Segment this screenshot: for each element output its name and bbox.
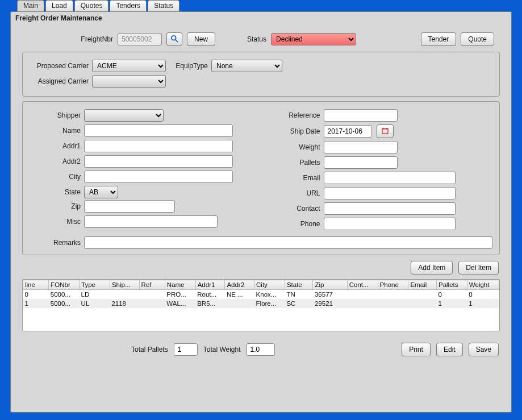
email-input[interactable] [324,172,456,184]
cell-line[interactable]: 0 [23,290,49,300]
tab-status[interactable]: Status [148,0,179,11]
cell-fonbr[interactable]: 5000... [49,299,80,308]
state-select[interactable]: AB [84,186,118,198]
cell-type[interactable]: LD [80,290,110,300]
cell-ref[interactable] [139,299,165,308]
cell-phone[interactable] [378,299,408,308]
cell-line[interactable]: 1 [23,299,49,308]
th-name[interactable]: Name [165,280,195,290]
th-type[interactable]: Type [80,280,110,290]
table-row[interactable]: 15000...UL2118WAL...BR5...Flore...SC2952… [23,299,499,308]
zip-input[interactable] [84,200,175,213]
cell-addr2[interactable]: NE ... [225,290,254,300]
cell-pallets[interactable]: 0 [437,290,467,300]
url-label: URL [261,189,324,197]
cell-zip[interactable]: 29521 [313,299,347,308]
edit-button[interactable]: Edit [436,343,463,356]
lookup-button[interactable] [166,32,182,46]
th-email[interactable]: Email [408,280,437,290]
svg-line-1 [176,39,178,41]
cell-email[interactable] [408,299,437,308]
total-weight-input[interactable] [247,343,275,356]
th-pallets[interactable]: Pallets [437,280,467,290]
cell-state[interactable]: TN [285,290,313,300]
tab-main[interactable]: Main [17,0,44,11]
tab-tenders[interactable]: Tenders [110,0,147,11]
th-ref[interactable]: Ref [139,280,165,290]
add-item-button[interactable]: Add Item [411,261,453,275]
cell-ship[interactable]: 2118 [110,299,139,308]
total-pallets-input[interactable] [174,343,198,356]
cell-addr2[interactable] [225,299,254,308]
calendar-icon [382,127,389,136]
tab-load[interactable]: Load [45,0,73,11]
del-item-button[interactable]: Del Item [458,261,499,275]
cell-fonbr[interactable]: 5000... [49,290,80,300]
addr2-input[interactable] [84,155,233,168]
remarks-input[interactable] [84,236,492,249]
cell-weight[interactable]: 1 [467,299,499,308]
equiptype-select[interactable]: None [211,60,282,72]
th-phone[interactable]: Phone [378,280,408,290]
th-zip[interactable]: Zip [313,280,347,290]
cell-ship[interactable] [110,290,139,300]
assigned-carrier-label: Assigned Carrier [31,77,92,85]
th-cont[interactable]: Cont... [347,280,378,290]
shipdate-input[interactable] [324,125,372,138]
cell-email[interactable] [408,290,437,300]
cell-pallets[interactable]: 1 [437,299,467,308]
total-pallets-label: Total Pallets [131,346,168,354]
weight-input[interactable] [324,141,398,153]
cell-state[interactable]: SC [285,299,313,308]
table-row[interactable]: 05000...LDPRO...Rout...NE ...Knox...TN36… [23,290,499,300]
cell-zip[interactable]: 36577 [313,290,347,300]
items-table[interactable]: line FONbr Type Ship... Ref Name Addr1 A… [23,280,499,308]
cell-phone[interactable] [378,290,408,300]
status-label: Status [247,35,266,43]
reference-input[interactable] [324,109,398,122]
contact-input[interactable] [324,202,456,215]
date-picker-button[interactable] [377,124,394,138]
cell-city[interactable]: Knox... [254,290,285,300]
tender-button[interactable]: Tender [421,32,457,46]
new-button[interactable]: New [187,32,215,46]
pallets-input[interactable] [324,156,398,169]
print-button[interactable]: Print [402,343,431,356]
save-button[interactable]: Save [469,343,499,356]
proposed-carrier-select[interactable]: ACME [92,60,166,72]
th-city[interactable]: City [254,280,285,290]
tab-quotes[interactable]: Quotes [74,0,109,11]
th-weight[interactable]: Weight [467,280,499,290]
cell-cont[interactable] [347,290,378,300]
cell-ref[interactable] [139,290,165,300]
misc-input[interactable] [84,215,218,228]
th-fonbr[interactable]: FONbr [49,280,80,290]
addr1-input[interactable] [84,140,233,152]
cell-name[interactable]: WAL... [165,299,195,308]
th-line[interactable]: line [23,280,49,290]
name-input[interactable] [84,124,233,137]
th-ship[interactable]: Ship... [110,280,139,290]
email-label: Email [261,174,324,182]
name-label: Name [23,127,84,135]
cell-city[interactable]: Flore... [254,299,285,308]
quote-button[interactable]: Quote [461,32,494,46]
city-input[interactable] [84,171,233,183]
cell-type[interactable]: UL [80,299,110,308]
cell-addr1[interactable]: BR5... [195,299,225,308]
shipper-select[interactable] [84,109,164,122]
assigned-carrier-select[interactable] [92,75,166,88]
cell-addr1[interactable]: Rout... [195,290,225,300]
cell-weight[interactable]: 0 [467,290,499,300]
cell-name[interactable]: PRO... [165,290,195,300]
reference-label: Reference [261,111,324,119]
freight-nbr-input [118,33,162,45]
header-controls: FreightNbr New Status Declined Tender Qu… [16,24,506,52]
status-select[interactable]: Declined [271,33,356,45]
phone-input[interactable] [324,218,456,230]
url-input[interactable] [324,187,456,199]
cell-cont[interactable] [347,299,378,308]
th-addr2[interactable]: Addr2 [225,280,254,290]
th-addr1[interactable]: Addr1 [195,280,225,290]
th-state[interactable]: State [285,280,313,290]
